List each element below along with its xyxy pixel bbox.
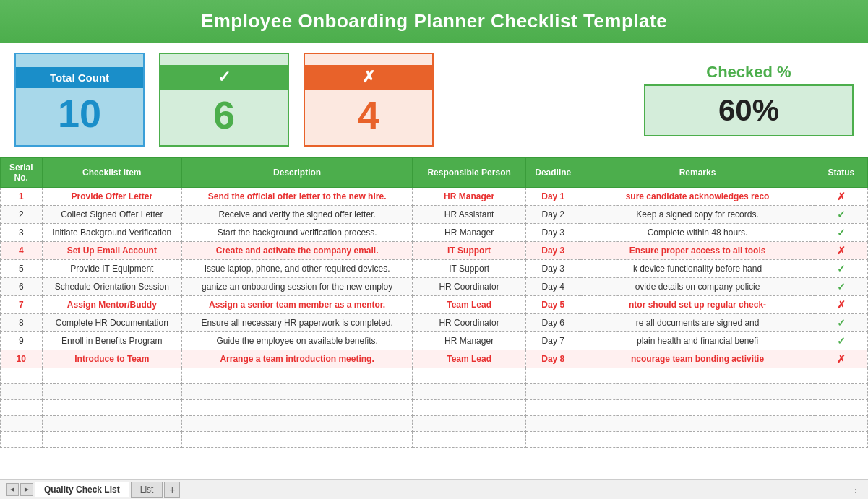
cell-rem: ncourage team bonding activitie — [580, 350, 815, 368]
status-x-icon: ✗ — [837, 245, 846, 256]
tab-nav-right[interactable]: ► — [20, 483, 33, 496]
cell-item: Collect Signed Offer Letter — [42, 206, 182, 224]
cell-desc: Start the background verification proces… — [182, 224, 413, 242]
total-count-value: 10 — [58, 94, 101, 133]
col-rem-header: Remarks — [580, 158, 815, 188]
cell-empty — [580, 432, 815, 448]
cell-resp: HR Manager — [413, 332, 526, 350]
cell-desc: Issue laptop, phone, and other required … — [182, 260, 413, 278]
cell-empty — [815, 368, 867, 384]
cell-item: Set Up Email Account — [42, 242, 182, 260]
cell-rem: Keep a signed copy for records. — [580, 206, 815, 224]
cell-empty — [182, 384, 413, 400]
summary-row: Total Count 10 ✓ 6 ✗ 4 Checked % 60% — [0, 43, 868, 157]
cell-dead: Day 5 — [526, 296, 580, 314]
cell-item: Assign Mentor/Buddy — [42, 296, 182, 314]
cell-dead: Day 3 — [526, 242, 580, 260]
cell-serial: 7 — [1, 296, 43, 314]
cell-empty — [182, 368, 413, 384]
cell-serial: 5 — [1, 260, 43, 278]
cell-empty — [580, 400, 815, 416]
tab-bar-right: ⋮ — [849, 483, 862, 496]
cell-empty — [413, 416, 526, 432]
checklist-table-container: Serial No. Checklist Item Description Re… — [0, 157, 868, 448]
table-row-empty — [1, 400, 868, 416]
cell-resp: HR Coordinator — [413, 314, 526, 332]
cell-status: ✗ — [815, 188, 867, 206]
cell-serial: 4 — [1, 242, 43, 260]
cell-dead: Day 3 — [526, 260, 580, 278]
cell-dead: Day 6 — [526, 314, 580, 332]
cell-empty — [42, 384, 182, 400]
status-check-icon: ✓ — [837, 317, 846, 329]
tab-menu-icon[interactable]: ⋮ — [849, 483, 862, 496]
status-x-icon: ✗ — [837, 353, 846, 365]
cell-item: Schedule Orientation Session — [42, 278, 182, 296]
cell-resp: HR Manager — [413, 188, 526, 206]
table-row-empty — [1, 416, 868, 432]
cell-dead: Day 4 — [526, 278, 580, 296]
status-check-icon: ✓ — [837, 209, 846, 220]
status-x-icon: ✗ — [837, 191, 846, 202]
cell-dead: Day 3 — [526, 224, 580, 242]
cell-empty — [42, 400, 182, 416]
cell-desc: Receive and verify the signed offer lett… — [182, 206, 413, 224]
table-row: 2 Collect Signed Offer Letter Receive an… — [1, 206, 868, 224]
cell-rem: sure candidate acknowledges reco — [580, 188, 815, 206]
table-row: 9 Enroll in Benefits Program Guide the e… — [1, 332, 868, 350]
cell-resp: HR Manager — [413, 224, 526, 242]
cell-desc: Send the official offer letter to the ne… — [182, 188, 413, 206]
status-check-icon: ✓ — [837, 227, 846, 238]
checked-icon: ✓ — [160, 65, 288, 90]
table-row: 4 Set Up Email Account Create and activa… — [1, 242, 868, 260]
cell-empty — [1, 432, 43, 448]
cell-serial: 10 — [1, 350, 43, 368]
table-row: 5 Provide IT Equipment Issue laptop, pho… — [1, 260, 868, 278]
tab-list[interactable]: List — [131, 482, 163, 498]
cell-empty — [182, 416, 413, 432]
cell-item: Provide IT Equipment — [42, 260, 182, 278]
checklist-table: Serial No. Checklist Item Description Re… — [0, 157, 868, 448]
table-header-row: Serial No. Checklist Item Description Re… — [1, 158, 868, 188]
header-bar: Employee Onboarding Planner Checklist Te… — [0, 0, 868, 43]
cell-desc: Create and activate the company email. — [182, 242, 413, 260]
total-count-label: Total Count — [16, 67, 143, 88]
cell-serial: 8 — [1, 314, 43, 332]
table-row: 7 Assign Mentor/Buddy Assign a senior te… — [1, 296, 868, 314]
cell-empty — [526, 432, 580, 448]
cell-empty — [42, 416, 182, 432]
table-row-empty — [1, 384, 868, 400]
table-row-empty — [1, 432, 868, 448]
tab-nav-left[interactable]: ◄ — [6, 483, 19, 496]
cell-empty — [815, 384, 867, 400]
cell-empty — [815, 432, 867, 448]
status-check-icon: ✓ — [837, 281, 846, 292]
cell-empty — [42, 432, 182, 448]
unchecked-card: ✗ 4 — [304, 53, 434, 147]
cell-item: Complete HR Documentation — [42, 314, 182, 332]
page-title: Employee Onboarding Planner Checklist Te… — [201, 10, 667, 32]
cell-empty — [182, 400, 413, 416]
cell-serial: 1 — [1, 188, 43, 206]
cell-empty — [526, 368, 580, 384]
tab-quality-check-list[interactable]: Quality Check List — [35, 482, 129, 497]
cell-status: ✗ — [815, 350, 867, 368]
checked-value: 6 — [213, 95, 235, 134]
cell-status: ✓ — [815, 206, 867, 224]
cell-empty — [182, 432, 413, 448]
tab-add-button[interactable]: + — [164, 482, 180, 498]
cell-resp: IT Support — [413, 260, 526, 278]
cell-desc: Arrange a team introduction meeting. — [182, 350, 413, 368]
cell-rem: ovide details on company policie — [580, 278, 815, 296]
cell-rem: re all documents are signed and — [580, 314, 815, 332]
pct-label: Checked % — [644, 63, 854, 82]
table-row-empty — [1, 368, 868, 384]
cell-desc: Guide the employee on available benefits… — [182, 332, 413, 350]
cell-empty — [1, 368, 43, 384]
cell-rem: Complete within 48 hours. — [580, 224, 815, 242]
pct-box: 60% — [644, 84, 854, 136]
cell-empty — [580, 384, 815, 400]
table-row: 10 Introduce to Team Arrange a team intr… — [1, 350, 868, 368]
cell-serial: 6 — [1, 278, 43, 296]
cell-status: ✓ — [815, 224, 867, 242]
